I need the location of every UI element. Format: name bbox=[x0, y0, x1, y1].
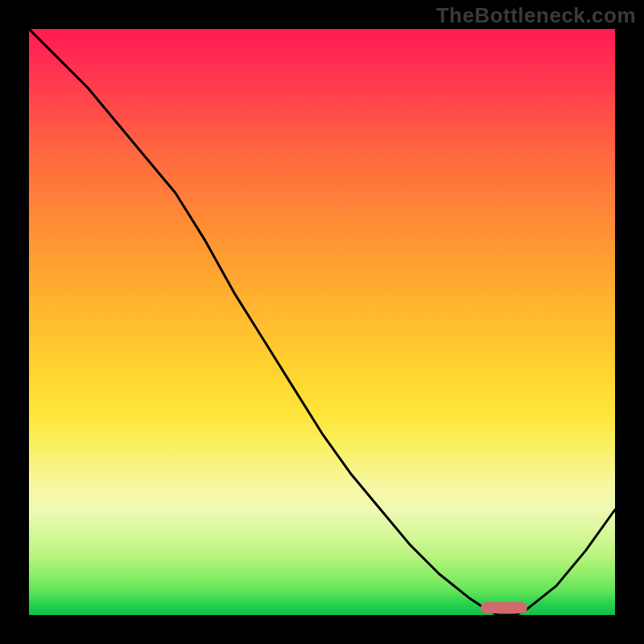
optimal-range-marker bbox=[481, 602, 527, 613]
gradient-background bbox=[29, 29, 615, 615]
watermark-text: TheBottleneck.com bbox=[436, 3, 636, 28]
chart-frame: TheBottleneck.com bbox=[0, 0, 644, 644]
plot-area bbox=[29, 29, 615, 615]
